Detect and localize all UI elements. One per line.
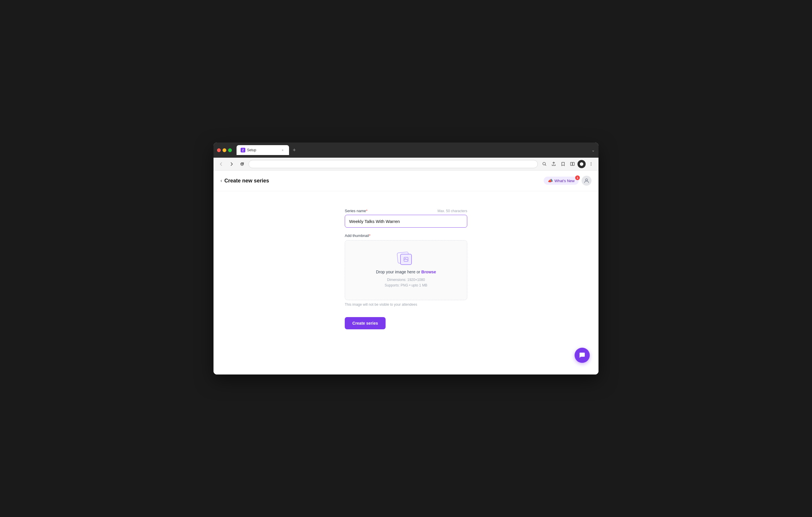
back-button[interactable]: [217, 160, 225, 168]
new-tab-button[interactable]: +: [290, 146, 298, 154]
app-header: ‹ Create new series 📣 What's New 1: [213, 171, 599, 191]
series-name-required: *: [366, 209, 368, 213]
series-name-input[interactable]: [345, 215, 467, 227]
forward-button[interactable]: [228, 160, 236, 168]
app-content: ‹ Create new series 📣 What's New 1: [213, 171, 599, 374]
record-dot: [580, 162, 583, 166]
browser-navbar: [213, 158, 599, 171]
series-name-label-row: Series name* Max. 50 characters: [345, 209, 467, 213]
close-traffic-light[interactable]: [217, 148, 221, 152]
drop-text: Drop your image here or Browse: [376, 270, 436, 274]
back-arrow-icon: ‹: [221, 178, 222, 183]
search-icon[interactable]: [540, 160, 548, 168]
traffic-lights: [217, 148, 232, 152]
chat-fab-button[interactable]: [575, 348, 590, 363]
fullscreen-traffic-light[interactable]: [228, 148, 232, 152]
active-tab[interactable]: Z Setup ×: [236, 145, 289, 155]
browser-window: Z Setup × + ⌄: [213, 143, 599, 374]
tab-favicon: Z: [241, 148, 245, 152]
reload-button[interactable]: [238, 160, 246, 168]
notification-badge: 1: [575, 176, 580, 180]
image-icon-front: [400, 254, 412, 265]
address-bar[interactable]: [249, 160, 538, 168]
drop-icon: [397, 252, 415, 267]
back-nav[interactable]: ‹ Create new series: [221, 178, 269, 184]
browser-titlebar: Z Setup × + ⌄: [213, 143, 599, 158]
series-name-group: Series name* Max. 50 characters: [345, 209, 467, 227]
user-avatar[interactable]: [582, 176, 591, 186]
drop-zone[interactable]: Drop your image here or Browse Dimension…: [345, 240, 467, 300]
svg-point-4: [591, 163, 591, 164]
tab-bar: Z Setup × +: [236, 145, 589, 155]
thumbnail-label: Add thumbnail*: [345, 234, 467, 238]
svg-point-3: [591, 162, 591, 163]
svg-rect-1: [571, 162, 572, 165]
page-title: Create new series: [224, 178, 269, 184]
series-name-label: Series name*: [345, 209, 368, 213]
thumbnail-hint: This image will not be visible to your a…: [345, 303, 467, 307]
bookmark-icon[interactable]: [559, 160, 567, 168]
form-inner: Series name* Max. 50 characters Add thum…: [345, 209, 467, 329]
drop-subtext: Dimensions: 1920×1080 Supports: PNG • up…: [385, 277, 427, 288]
form-container: Series name* Max. 50 characters Add thum…: [213, 191, 599, 347]
browse-link[interactable]: Browse: [422, 270, 436, 274]
minimize-traffic-light[interactable]: [223, 148, 226, 152]
svg-point-6: [586, 179, 588, 181]
header-right: 📣 What's New 1: [544, 176, 591, 186]
thumbnail-required: *: [369, 234, 370, 238]
share-icon[interactable]: [550, 160, 558, 168]
tab-close-button[interactable]: ×: [280, 148, 285, 152]
series-name-hint: Max. 50 characters: [437, 209, 467, 213]
thumbnail-group: Add thumbnail*: [345, 234, 467, 307]
create-series-button[interactable]: Create series: [345, 317, 385, 329]
reader-view-icon[interactable]: [568, 160, 576, 168]
megaphone-icon: 📣: [548, 178, 553, 183]
record-button[interactable]: [578, 160, 586, 168]
svg-point-5: [591, 165, 591, 165]
more-options-icon[interactable]: [587, 160, 595, 168]
nav-actions: [540, 160, 595, 168]
whats-new-label: What's New: [554, 179, 575, 183]
window-expand-icon: ⌄: [591, 148, 595, 152]
tab-title: Setup: [247, 148, 279, 152]
svg-rect-2: [573, 162, 574, 165]
whats-new-button[interactable]: 📣 What's New 1: [544, 177, 579, 185]
